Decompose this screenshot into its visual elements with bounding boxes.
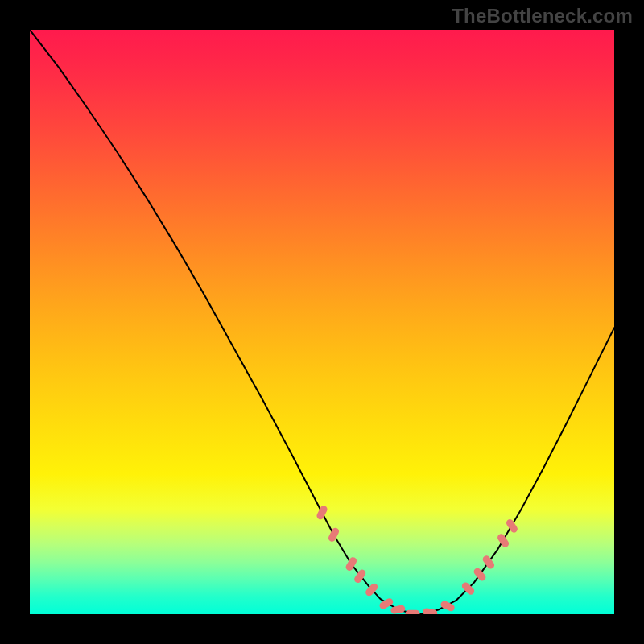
marker-pill — [481, 554, 496, 570]
marker-pill — [316, 505, 328, 521]
marker-pill — [327, 526, 340, 543]
watermark-text: TheBottleneck.com — [452, 5, 633, 27]
curve-layer — [30, 30, 614, 614]
marker-pill — [496, 533, 510, 549]
series-curve — [30, 30, 614, 614]
marker-group — [316, 505, 519, 614]
marker-pill — [505, 518, 518, 534]
marker-pill — [423, 608, 438, 614]
marker-pill — [406, 610, 420, 614]
marker-pill — [473, 567, 487, 583]
plot-area — [30, 30, 614, 614]
chart-stage: TheBottleneck.com — [0, 0, 644, 644]
